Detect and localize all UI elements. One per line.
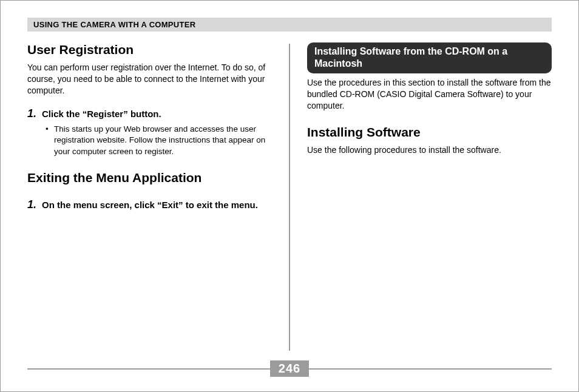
section-header-bar: USING THE CAMERA WITH A COMPUTER (27, 18, 552, 32)
step-1-exit: 1. On the menu screen, click “Exit” to e… (27, 198, 272, 212)
callout-heading: Installing Software from the CD-ROM on a… (307, 42, 552, 73)
left-column: User Registration You can perform user r… (27, 42, 289, 352)
document-page: USING THE CAMERA WITH A COMPUTER User Re… (0, 0, 579, 392)
two-column-layout: User Registration You can perform user r… (27, 42, 552, 352)
paragraph-intro: You can perform user registration over t… (27, 62, 272, 96)
heading-installing-software: Installing Software (307, 125, 552, 140)
heading-exiting-menu: Exiting the Menu Application (27, 171, 272, 185)
step-text: On the menu screen, click “Exit” to exit… (42, 198, 258, 212)
footer-rule-right (309, 368, 552, 370)
page-footer: 246 (27, 360, 552, 377)
step-1-register: 1. Click the “Register” button. (27, 107, 272, 121)
step-number: 1. (27, 198, 42, 212)
heading-user-registration: User Registration (27, 42, 272, 57)
step-text: Click the “Register” button. (42, 107, 161, 121)
step-number: 1. (27, 107, 42, 121)
footer-rule-left (27, 368, 270, 370)
callout-body: Use the procedures in this section to in… (307, 77, 552, 112)
bullet-text: This starts up your Web browser and acce… (54, 124, 272, 157)
right-column: Installing Software from the CD-ROM on a… (290, 42, 552, 352)
paragraph-install: Use the following procedures to install … (307, 144, 552, 156)
bullet-note: This starts up your Web browser and acce… (46, 124, 272, 157)
page-number: 246 (270, 360, 309, 377)
